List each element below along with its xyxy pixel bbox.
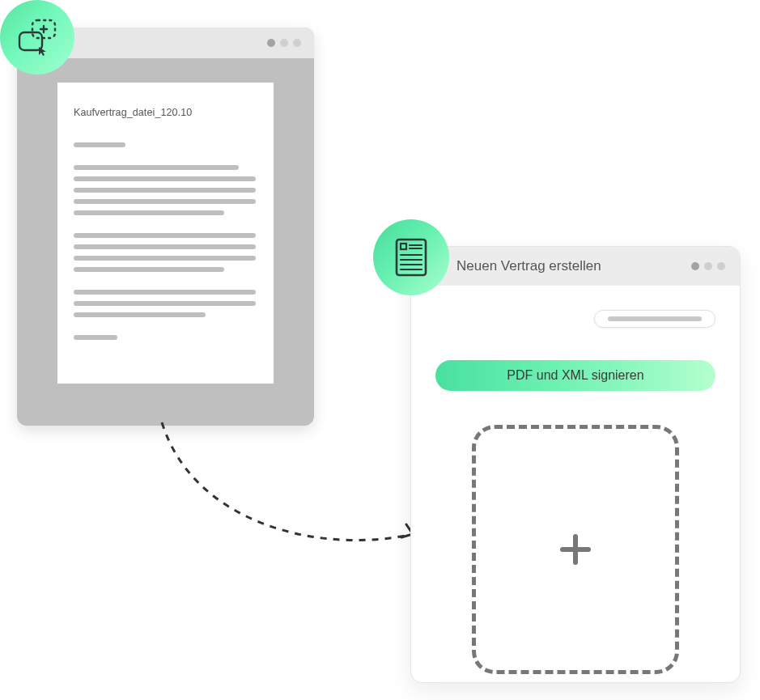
window-control-dot [704,262,712,270]
document-placeholder-lines [74,335,257,340]
document-placeholder-lines [74,165,257,215]
document-icon [394,237,428,278]
document-placeholder-lines [74,290,257,317]
drag-drop-badge [0,0,74,74]
document-badge [373,219,449,295]
drag-drop-icon [15,18,59,57]
svg-rect-3 [19,32,42,50]
svg-rect-7 [401,244,406,249]
create-contract-window: Neuen Vertrag erstellen PDF und XML sign… [410,246,741,683]
document-placeholder-lines [74,233,257,272]
document-page: Kaufvertrag_datei_120.10 [57,83,274,384]
window-control-dot [280,39,288,47]
app-titlebar: Neuen Vertrag erstellen [411,247,740,286]
connector-arrow [146,413,437,575]
sign-pdf-xml-button[interactable]: PDF und XML signieren [435,360,715,391]
document-filename: Kaufvertrag_datei_120.10 [74,107,257,118]
file-dropzone[interactable] [472,425,679,674]
app-body: PDF und XML signieren [411,286,740,697]
window-control-dot [267,39,275,47]
document-browser-window: Kaufvertrag_datei_120.10 [17,28,314,426]
window-control-dot [293,39,301,47]
window-control-dot [691,262,699,270]
window-control-dot [717,262,725,270]
placeholder-pill [594,310,715,328]
app-window-title: Neuen Vertrag erstellen [456,258,686,274]
document-placeholder-lines [74,142,257,147]
plus-icon [559,526,592,573]
